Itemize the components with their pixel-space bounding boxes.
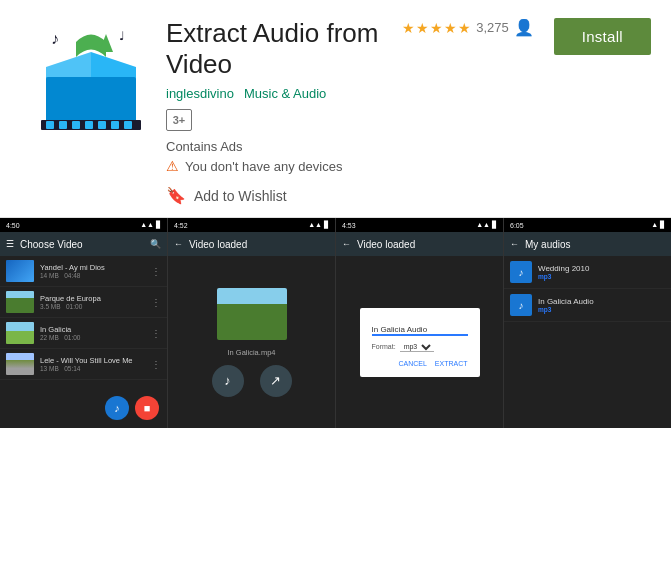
search-icon-1: 🔍 <box>150 239 161 249</box>
phone-2: 4:52 ▲▲ ▊ ← Video loaded In Galicia.mp4 … <box>168 218 335 428</box>
phone-status-1: 4:50 ▲▲ ▊ <box>0 218 167 232</box>
phone-status-3: 4:53 ▲▲ ▊ <box>336 218 503 232</box>
audio-icon-1: ♪ <box>510 261 532 283</box>
install-btn-area: Install <box>534 18 651 71</box>
thumb-3 <box>6 322 34 344</box>
status-icons-4: ▲ ▊ <box>651 221 665 229</box>
screenshots-section: 4:50 ▲▲ ▊ ☰ Choose Video 🔍 Yandel - Ay m… <box>0 218 671 428</box>
star-2: ★ <box>416 20 429 36</box>
svg-text:♪: ♪ <box>51 30 59 47</box>
item-info-3: In Galicia 22 MB 01:00 <box>40 325 145 341</box>
svg-rect-5 <box>46 121 54 129</box>
app-category[interactable]: Music & Audio <box>244 86 326 101</box>
cancel-button[interactable]: CANCEL <box>398 360 426 367</box>
item-title-1: Yandel - Ay mi Dios <box>40 263 145 272</box>
app-details: Extract Audio from Video inglesdivino Mu… <box>166 18 534 205</box>
format-select[interactable]: mp3 aac wav <box>400 342 434 352</box>
toolbar-3: ← Video loaded <box>336 232 503 256</box>
more-vert-icon-4: ⋮ <box>151 359 161 370</box>
phone-status-4: 6:05 ▲ ▊ <box>504 218 671 232</box>
svg-rect-1 <box>46 77 136 127</box>
format-row: Format: mp3 aac wav <box>372 342 468 352</box>
phone-status-2: 4:52 ▲▲ ▊ <box>168 218 335 232</box>
audio-info-2: In Galicia Audio mp3 <box>538 297 665 313</box>
phone-3: 4:53 ▲▲ ▊ ← Video loaded Format: mp3 aac <box>336 218 503 428</box>
warning-text: You don't have any devices <box>185 159 342 174</box>
dialog-buttons: CANCEL EXTRACT <box>372 360 468 367</box>
audio-info-1: Wedding 2010 mp3 <box>538 264 665 280</box>
audio-name-input[interactable] <box>372 325 468 336</box>
wishlist-row[interactable]: 🔖 Add to Wishlist <box>166 186 534 205</box>
fab-music[interactable]: ♪ <box>105 396 129 420</box>
video-thumbnail <box>217 288 287 340</box>
thumb-4 <box>6 353 34 375</box>
svg-text:♩: ♩ <box>119 29 125 43</box>
svg-marker-3 <box>91 52 136 77</box>
screenshot-3: 4:53 ▲▲ ▊ ← Video loaded Format: mp3 aac <box>336 218 504 428</box>
developer-name[interactable]: inglesdivino <box>166 86 234 101</box>
phone-1: 4:50 ▲▲ ▊ ☰ Choose Video 🔍 Yandel - Ay m… <box>0 218 167 428</box>
list-item: Yandel - Ay mi Dios 14 MB 04:48 ⋮ <box>0 256 167 287</box>
fab-stop[interactable]: ■ <box>135 396 159 420</box>
app-meta: inglesdivino Music & Audio <box>166 86 402 101</box>
extract-audio-btn[interactable]: ♪ <box>212 365 244 397</box>
list-item: Lele - Will You Still Love Me 13 MB 05:1… <box>0 349 167 380</box>
app-icon: ♪ ♩ <box>31 22 151 132</box>
audio-title-1: Wedding 2010 <box>538 264 665 273</box>
svg-rect-7 <box>72 121 80 129</box>
svg-rect-9 <box>98 121 106 129</box>
item-title-2: Parque de Europa <box>40 294 145 303</box>
phone-content-1: Yandel - Ay mi Dios 14 MB 04:48 ⋮ Parque… <box>0 256 167 428</box>
fab-area: ♪ ■ <box>105 396 159 420</box>
item-meta-4: 13 MB 05:14 <box>40 365 145 372</box>
contains-ads-label: Contains Ads <box>166 139 534 154</box>
content-rating-badge: 3+ <box>166 109 192 131</box>
audio-title-2: In Galicia Audio <box>538 297 665 306</box>
star-3: ★ <box>430 20 443 36</box>
warning-icon: ⚠ <box>166 158 179 174</box>
audio-format-1: mp3 <box>538 273 665 280</box>
more-vert-icon-3: ⋮ <box>151 328 161 339</box>
svg-rect-6 <box>59 121 67 129</box>
item-meta-2: 3.5 MB 01:00 <box>40 303 145 310</box>
item-info-1: Yandel - Ay mi Dios 14 MB 04:48 <box>40 263 145 279</box>
toolbar-title-2: Video loaded <box>189 239 247 250</box>
item-title-3: In Galicia <box>40 325 145 334</box>
extract-button[interactable]: EXTRACT <box>435 360 468 367</box>
app-title: Extract Audio from Video <box>166 18 402 80</box>
phone-content-3: Format: mp3 aac wav CANCEL EXTRACT <box>336 256 503 428</box>
install-button[interactable]: Install <box>554 18 651 55</box>
audio-list-item: ♪ In Galicia Audio mp3 <box>504 289 671 322</box>
share-btn[interactable]: ↗ <box>260 365 292 397</box>
more-vert-icon-1: ⋮ <box>151 266 161 277</box>
extract-dialog: Format: mp3 aac wav CANCEL EXTRACT <box>360 308 480 377</box>
user-icon: 👤 <box>514 18 534 37</box>
screenshot-2: 4:52 ▲▲ ▊ ← Video loaded In Galicia.mp4 … <box>168 218 336 428</box>
list-item: Parque de Europa 3.5 MB 01:00 ⋮ <box>0 287 167 318</box>
toolbar-2: ← Video loaded <box>168 232 335 256</box>
status-icons-2: ▲▲ ▊ <box>308 221 329 229</box>
video-filename: In Galicia.mp4 <box>228 348 276 357</box>
star-half: ★ <box>458 20 471 36</box>
phone-4: 6:05 ▲ ▊ ← My audios ♪ Wedding 2010 mp3 … <box>504 218 671 428</box>
toolbar-4: ← My audios <box>504 232 671 256</box>
status-time-2: 4:52 <box>174 222 188 229</box>
screenshot-4: 6:05 ▲ ▊ ← My audios ♪ Wedding 2010 mp3 … <box>504 218 671 428</box>
status-icons-3: ▲▲ ▊ <box>476 221 497 229</box>
audio-format-2: mp3 <box>538 306 665 313</box>
item-info-2: Parque de Europa 3.5 MB 01:00 <box>40 294 145 310</box>
thumb-2 <box>6 291 34 313</box>
svg-marker-2 <box>46 52 91 77</box>
app-header: ♪ ♩ Extract Audio from Video inglesdivin… <box>0 0 671 218</box>
star-4: ★ <box>444 20 457 36</box>
toolbar-title-3: Video loaded <box>357 239 415 250</box>
list-item: In Galicia 22 MB 01:00 ⋮ <box>0 318 167 349</box>
video-loaded-content: In Galicia.mp4 ♪ ↗ <box>168 256 335 428</box>
svg-rect-10 <box>111 121 119 129</box>
warning-row: ⚠ You don't have any devices <box>166 158 534 174</box>
star-rating: ★ ★ ★ ★ ★ <box>402 20 471 36</box>
back-icon-3: ← <box>342 239 351 249</box>
menu-icon-1: ☰ <box>6 239 14 249</box>
more-vert-icon-2: ⋮ <box>151 297 161 308</box>
audio-icon-2: ♪ <box>510 294 532 316</box>
